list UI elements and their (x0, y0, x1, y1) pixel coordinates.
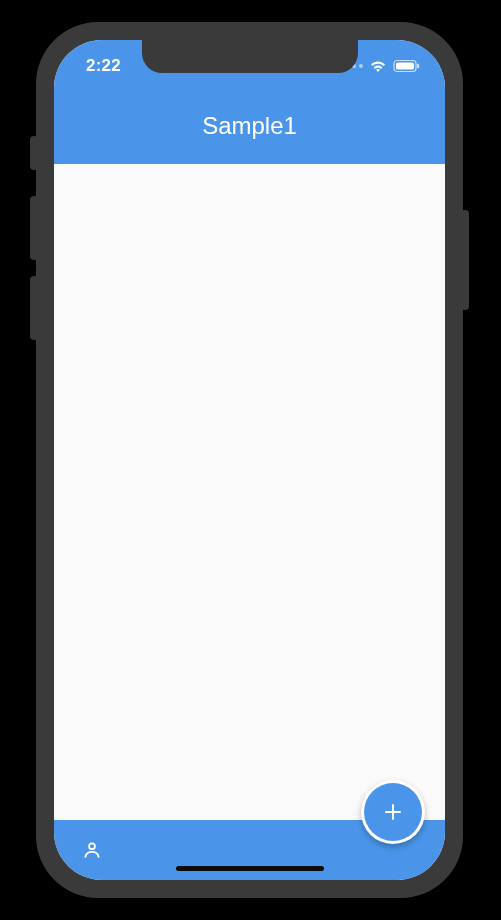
svg-rect-2 (417, 64, 419, 69)
svg-point-3 (89, 843, 95, 849)
status-time: 2:22 (86, 56, 121, 76)
device-frame: 2:22 (36, 22, 463, 898)
person-icon (81, 839, 103, 861)
plus-icon (381, 800, 405, 824)
battery-icon (393, 59, 421, 73)
add-fab[interactable] (364, 783, 422, 841)
wifi-icon (369, 59, 387, 73)
app-bar-title: Sample1 (202, 112, 297, 140)
page-body (54, 164, 445, 820)
device-notch (142, 40, 358, 73)
fab-notch (361, 780, 425, 844)
svg-rect-1 (396, 63, 414, 70)
device-screen: 2:22 (54, 40, 445, 880)
person-button[interactable] (72, 830, 112, 870)
home-indicator[interactable] (176, 866, 324, 871)
